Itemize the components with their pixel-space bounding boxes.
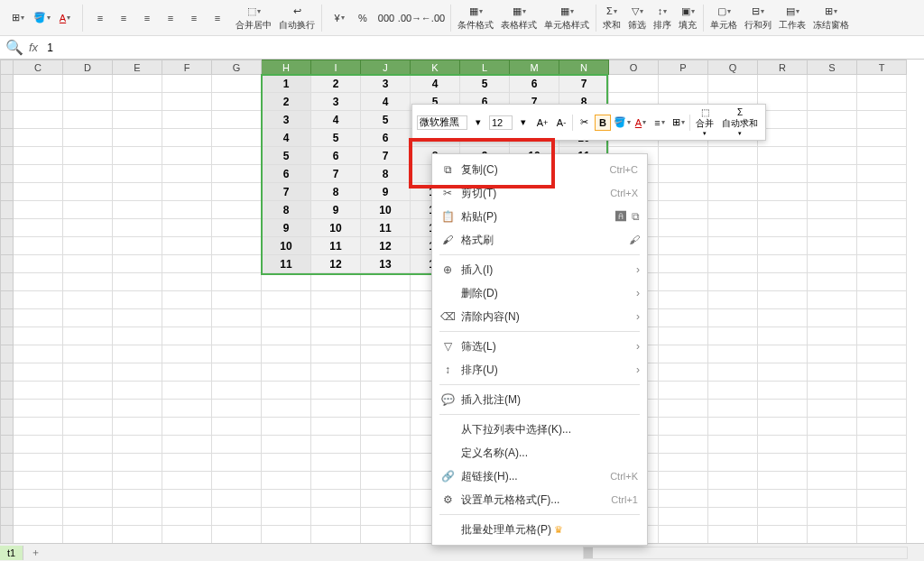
cell[interactable] [113,165,162,183]
col-header-D[interactable]: D [63,60,113,75]
percent-button[interactable]: % [352,9,374,27]
cell[interactable] [14,436,63,454]
cell[interactable]: 2 [262,93,311,111]
cell[interactable] [162,472,212,490]
cell[interactable] [14,382,63,400]
cell[interactable] [808,508,857,526]
cell[interactable]: 3 [311,93,361,111]
cell[interactable] [708,183,758,201]
cell[interactable] [63,129,113,147]
cell[interactable] [14,345,63,363]
border-dropdown[interactable]: ⊞ [7,9,29,27]
cell[interactable] [361,490,411,508]
mini-merge-button[interactable]: ⬚合并▾ [693,107,716,137]
cell[interactable] [162,201,212,219]
cell[interactable]: 9 [361,183,411,201]
cell[interactable] [659,165,708,183]
cell[interactable] [14,490,63,508]
search-icon[interactable]: 🔍 [5,39,23,56]
cell[interactable] [212,418,262,436]
cell[interactable] [311,490,361,508]
cell[interactable] [63,400,113,418]
horizontal-scrollbar[interactable] [583,547,908,559]
cell[interactable] [63,255,113,273]
col-header-E[interactable]: E [113,60,162,75]
cell[interactable] [63,418,113,436]
cell[interactable] [857,201,907,219]
cell[interactable] [162,75,212,93]
cm-insert-comment[interactable]: 💬插入批注(M) [432,388,647,411]
cell[interactable] [758,309,808,327]
cell[interactable] [14,454,63,472]
cell[interactable]: 2 [311,75,361,93]
cell[interactable] [857,327,907,345]
cell[interactable] [162,93,212,111]
cell[interactable] [808,400,857,418]
align-top[interactable]: ≡ [89,9,111,27]
cell[interactable] [262,436,311,454]
cell[interactable] [162,273,212,291]
cell[interactable] [113,363,162,382]
cell[interactable] [758,490,808,508]
cell[interactable] [758,526,808,544]
row-header[interactable] [1,201,14,219]
cell[interactable]: 4 [311,111,361,129]
cell[interactable] [857,111,907,129]
cm-clear[interactable]: ⌫清除内容(N) [432,305,647,328]
cell[interactable] [708,255,758,273]
cell[interactable] [758,327,808,345]
cell[interactable] [311,382,361,400]
cell[interactable] [311,345,361,363]
row-header[interactable] [1,219,14,237]
cell[interactable] [14,508,63,526]
cell[interactable]: 7 [311,165,361,183]
align-middle[interactable]: ≡ [113,9,134,27]
merge-center-button[interactable]: ⬚ 合并居中 [232,2,275,33]
cell[interactable] [708,418,758,436]
row-header[interactable] [1,400,14,418]
cell[interactable] [808,75,857,93]
cell[interactable] [14,165,63,183]
rowcol-button[interactable]: ⊟行和列 [741,2,775,33]
cell[interactable]: 7 [361,147,411,165]
cell[interactable] [162,418,212,436]
col-header-H[interactable]: H [262,60,311,75]
cell[interactable] [113,237,162,255]
cell[interactable] [14,291,63,309]
row-header[interactable] [1,255,14,273]
cell[interactable] [758,291,808,309]
cell[interactable] [857,183,907,201]
row-header[interactable] [1,327,14,345]
cell[interactable]: 4 [361,93,411,111]
cell[interactable] [708,75,758,93]
mini-dec-font[interactable]: A- [553,115,569,131]
cell[interactable] [708,526,758,544]
row-header[interactable] [1,75,14,93]
cell[interactable] [262,309,311,327]
cell[interactable] [758,508,808,526]
cell[interactable] [162,400,212,418]
cell[interactable] [808,382,857,400]
cell[interactable] [63,472,113,490]
cell[interactable] [262,472,311,490]
inc-decimal-button[interactable]: .00→ [399,9,420,27]
cell[interactable]: 9 [311,201,361,219]
cell[interactable] [808,237,857,255]
row-header[interactable] [1,418,14,436]
align-center[interactable]: ≡ [183,9,205,27]
row-header[interactable] [1,345,14,363]
cell[interactable] [659,436,708,454]
paste-special-icon[interactable]: ⧉ [632,210,640,223]
cell[interactable] [14,183,63,201]
cell[interactable] [162,111,212,129]
cell[interactable] [212,363,262,382]
col-header-K[interactable]: K [411,60,460,75]
col-header-G[interactable]: G [212,60,262,75]
cell[interactable] [808,147,857,165]
cell[interactable]: 10 [262,237,311,255]
cell[interactable] [63,345,113,363]
cell[interactable] [311,400,361,418]
cell[interactable] [63,382,113,400]
cell[interactable] [708,273,758,291]
cell[interactable] [212,454,262,472]
